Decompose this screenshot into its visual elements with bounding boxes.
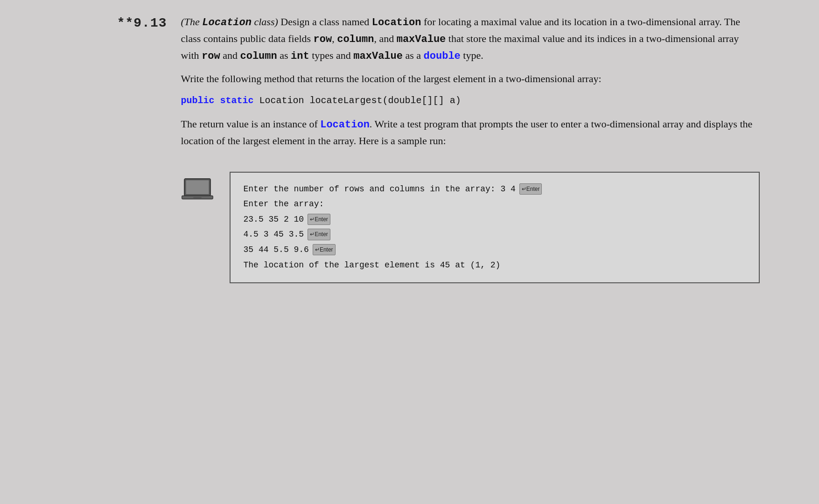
method-signature-wrapper: public static Location locateLargest(dou… — [181, 93, 760, 108]
paragraph-1: (The Location class) Design a class name… — [181, 14, 760, 149]
maxvalue-field-1: maxValue — [397, 34, 446, 45]
p3-text: The return value is an instance of Locat… — [181, 116, 760, 149]
maxvalue-field-2: maxValue — [353, 50, 403, 62]
p1-title-italic: (The Location class) — [181, 16, 278, 28]
terminal-line-5-text: 35 44 5.5 9.6 — [244, 243, 309, 257]
terminal-line-6-text: The location of the largest element is 4… — [244, 258, 501, 273]
location-class-2: Location — [320, 119, 370, 131]
terminal-line-6: The location of the largest element is 4… — [244, 258, 746, 273]
p2-text: Write the following method that returns … — [181, 71, 760, 87]
double-type: double — [424, 50, 461, 62]
terminal-box: Enter the number of rows and columns in … — [230, 172, 760, 284]
terminal-line-3-text: 23.5 35 2 10 — [244, 212, 304, 227]
method-rest: Location locateLargest(double[][] a) — [259, 95, 461, 106]
terminal-line-2: Enter the array: — [244, 197, 746, 211]
location-title: The Location class — [184, 16, 275, 28]
svg-rect-1 — [186, 180, 209, 194]
right-column: (The Location class) Design a class name… — [181, 14, 760, 283]
column-field-1: column — [337, 34, 374, 45]
terminal-line-5: 35 44 5.5 9.6 ↵Enter — [244, 243, 746, 257]
column-field-2: column — [240, 50, 277, 62]
public-keyword: public — [181, 95, 215, 106]
terminal-line-4-text: 4.5 3 45 3.5 — [244, 227, 304, 242]
terminal-line-3: 23.5 35 2 10 ↵Enter — [244, 212, 746, 227]
enter-badge-3: ↵Enter — [308, 229, 330, 240]
problem-number: **9.13 — [117, 16, 167, 30]
content-area: **9.13 (The Location class) Design a cla… — [60, 14, 760, 283]
method-signature: public static Location locateLargest(dou… — [181, 93, 760, 108]
left-column: **9.13 — [60, 14, 181, 283]
terminal-line-1-text: Enter the number of rows and columns in … — [244, 182, 516, 196]
terminal-line-2-text: Enter the array: — [244, 197, 324, 211]
laptop-icon-wrapper — [181, 176, 218, 204]
static-keyword: static — [220, 95, 254, 106]
row-field-2: row — [202, 50, 220, 62]
terminal-section: Enter the number of rows and columns in … — [181, 172, 760, 284]
location-class-1: Location — [372, 17, 421, 28]
terminal-line-1: Enter the number of rows and columns in … — [244, 182, 746, 196]
svg-rect-3 — [193, 197, 202, 198]
page-container: **9.13 (The Location class) Design a cla… — [60, 14, 760, 283]
laptop-icon — [181, 176, 214, 202]
row-field-1: row — [314, 34, 332, 45]
terminal-line-4: 4.5 3 45 3.5 ↵Enter — [244, 227, 746, 242]
int-type: int — [291, 50, 309, 62]
enter-badge-2: ↵Enter — [308, 214, 330, 225]
enter-badge-4: ↵Enter — [313, 244, 336, 255]
enter-badge-1: ↵Enter — [519, 183, 542, 195]
p1-text: (The Location class) Design a class name… — [181, 14, 760, 64]
